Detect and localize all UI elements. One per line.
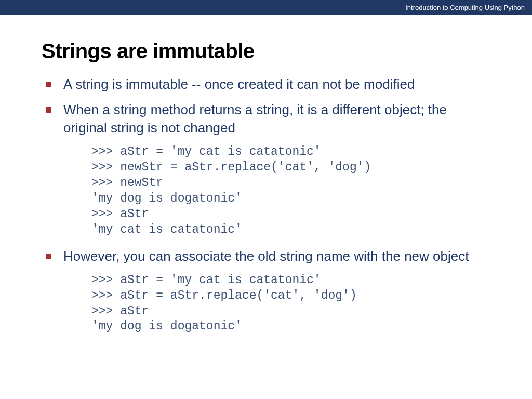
slide-content: Strings are immutable A string is immuta… [0, 15, 532, 335]
bullet-item: However, you can associate the old strin… [42, 247, 490, 265]
bullet-item: A string is immutable -- once created it… [42, 75, 490, 94]
bullet-list: However, you can associate the old strin… [42, 247, 490, 265]
bullet-text: When a string method returns a string, i… [63, 102, 447, 136]
slide-title: Strings are immutable [42, 39, 490, 63]
bullet-item: When a string method returns a string, i… [42, 101, 490, 137]
bullet-list: A string is immutable -- once created it… [42, 75, 490, 137]
header-subtitle: Introduction to Computing Using Python [405, 4, 525, 11]
bullet-text: However, you can associate the old strin… [63, 248, 469, 264]
code-block-2: >>> aStr = 'my cat is catatonic' >>> aSt… [91, 273, 490, 335]
code-block-1: >>> aStr = 'my cat is catatonic' >>> new… [91, 144, 490, 237]
header-bar: Introduction to Computing Using Python [0, 0, 532, 15]
bullet-text: A string is immutable -- once created it… [63, 76, 415, 92]
